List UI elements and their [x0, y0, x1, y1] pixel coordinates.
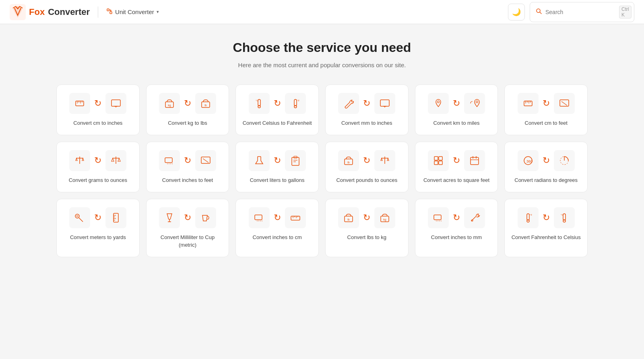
card-liters-to-gallons[interactable]: ↻ Convert liters to gallons: [235, 142, 319, 192]
search-bar[interactable]: Ctrl K: [530, 2, 634, 22]
card-arrow-icon: ↻: [543, 155, 550, 166]
svg-rect-9: [111, 100, 120, 106]
card-label: Convert cm to feet: [525, 120, 568, 127]
card-fahrenheit-to-celsius[interactable]: °F ↻ °C Convert Fahrenheit to Celsius: [504, 199, 588, 257]
card-label: Convert grams to ounces: [69, 177, 127, 184]
card-icon-1: [428, 207, 449, 228]
card-label: Convert Celsius to Fahrenheit: [243, 120, 312, 127]
card-arrow-icon: ↻: [94, 213, 101, 223]
svg-rect-72: [255, 215, 262, 220]
unit-converter-icon: [106, 8, 113, 16]
card-label: Convert inches to mm: [431, 234, 482, 241]
svg-rect-65: [114, 213, 118, 222]
logo[interactable]: FoxConverter: [10, 4, 90, 20]
svg-text:°F: °F: [297, 99, 299, 102]
header-right: 🌙 Ctrl K: [508, 2, 634, 22]
card-icons: kg ↻ lb: [153, 93, 223, 114]
card-icons: 360 ↻: [511, 150, 581, 171]
card-label: Convert acres to square feet: [423, 177, 489, 184]
card-icons: ↻: [63, 93, 133, 114]
card-ml-to-cup[interactable]: ↻ Convert Milliliter to Cup (metric): [146, 199, 229, 257]
card-icon-2: [195, 150, 216, 171]
card-inches-to-mm[interactable]: ↻ Convert inches to mm: [415, 199, 498, 257]
card-arrow-icon: ↻: [274, 213, 281, 223]
svg-point-25: [437, 101, 439, 103]
page-title: Choose the service you need: [56, 40, 588, 55]
svg-rect-40: [201, 157, 210, 163]
card-icon-1: kg: [159, 93, 180, 114]
svg-rect-2: [110, 12, 112, 14]
svg-text:kg: kg: [384, 218, 387, 221]
card-label: Convert radians to degrees: [514, 177, 578, 184]
card-icon-2: [374, 150, 395, 171]
card-arrow-icon: ↻: [363, 98, 370, 109]
dark-mode-toggle[interactable]: 🌙: [508, 4, 525, 21]
card-icons: ↻: [153, 150, 223, 171]
svg-line-63: [79, 218, 83, 222]
card-icon-1: [69, 207, 90, 228]
card-icons: ↻: [63, 150, 133, 171]
card-label: Convert cm to inches: [73, 120, 122, 127]
nav-unit-converter[interactable]: Unit Converter ▾: [106, 8, 159, 16]
svg-rect-86: [527, 214, 529, 220]
svg-text:kg: kg: [168, 104, 171, 107]
svg-rect-52: [439, 157, 442, 160]
card-icon-2: [105, 93, 126, 114]
card-arrow-icon: ↻: [184, 213, 191, 223]
svg-rect-43: [292, 157, 299, 165]
svg-rect-74: [291, 216, 300, 220]
cards-grid: ↻ Convert cm to inches kg ↻ lb: [56, 85, 588, 257]
card-mm-to-inches[interactable]: ↻ Convert mm to inches: [325, 85, 409, 135]
card-icon-2: lb: [195, 93, 216, 114]
svg-rect-22: [380, 100, 389, 106]
search-input[interactable]: [545, 9, 616, 15]
card-icon-1: lb: [338, 150, 359, 171]
card-icon-2: [464, 93, 485, 114]
card-icon-2: [464, 150, 485, 171]
card-meters-to-yards[interactable]: ↻ Convert meters to yards: [56, 199, 140, 257]
card-label: Convert Milliliter to Cup (metric): [153, 234, 223, 248]
card-km-to-miles[interactable]: ↻ Convert km to miles: [415, 85, 498, 135]
card-icon-1: [69, 150, 90, 171]
card-arrow-icon: ↻: [94, 98, 101, 109]
card-kg-to-lbs[interactable]: kg ↻ lb Convert kg to lbs: [146, 85, 229, 135]
card-label: Convert mm to inches: [341, 120, 392, 127]
svg-rect-4: [76, 101, 84, 106]
card-arrow-icon: ↻: [453, 98, 460, 109]
nav-unit-label: Unit Converter: [115, 8, 154, 15]
card-icons: lb ↻ kg: [332, 207, 402, 228]
card-grams-to-ounces[interactable]: ↻ Convert grams to ounces: [56, 142, 140, 192]
svg-rect-55: [471, 157, 479, 165]
card-inches-to-feet[interactable]: ↻ Convert inches to feet: [146, 142, 229, 192]
svg-text:°F: °F: [530, 214, 532, 216]
card-inches-to-cm[interactable]: ↻ Convert inches to cm: [235, 199, 319, 257]
card-icons: ↻: [332, 93, 402, 114]
card-icons: ↻: [422, 150, 491, 171]
card-icon-2: [285, 207, 306, 228]
card-arrow-icon: ↻: [184, 98, 191, 109]
card-cm-to-feet[interactable]: ↻ Convert cm to feet: [504, 85, 588, 135]
card-icon-2: [464, 207, 485, 228]
card-pounds-to-ounces[interactable]: lb ↻ Convert pounds to ounces: [325, 142, 409, 192]
card-arrow-icon: ↻: [543, 98, 550, 109]
page-subtitle: Here are the most current and popular co…: [56, 62, 588, 68]
card-arrow-icon: ↻: [274, 155, 281, 166]
card-radians-to-degrees[interactable]: 360 ↻ Convert radians to degrees: [504, 142, 588, 192]
card-lbs-to-kg[interactable]: lb ↻ kg Convert lbs to kg: [325, 199, 409, 257]
card-icons: ↻: [422, 207, 491, 228]
card-icon-1: lb: [338, 207, 359, 228]
svg-text:lb: lb: [348, 218, 350, 221]
card-icon-2: kg: [374, 207, 395, 228]
svg-text:360: 360: [526, 159, 533, 163]
card-icon-1: [428, 150, 449, 171]
card-acres-to-sqft[interactable]: ↻ Convert acres to square feet: [415, 142, 498, 192]
card-icons: ↻: [242, 150, 312, 171]
svg-rect-51: [434, 157, 438, 160]
card-cm-to-inches[interactable]: ↻ Convert cm to inches: [56, 85, 140, 135]
card-icon-2: [285, 150, 306, 171]
chevron-down-icon: ▾: [157, 9, 159, 14]
logo-converter-text: Converter: [48, 7, 90, 17]
card-celsius-to-fahrenheit[interactable]: °C ↻ °F Convert Celsius to Fahrenheit: [235, 85, 319, 135]
svg-rect-32: [560, 100, 569, 106]
card-arrow-icon: ↻: [453, 155, 460, 166]
